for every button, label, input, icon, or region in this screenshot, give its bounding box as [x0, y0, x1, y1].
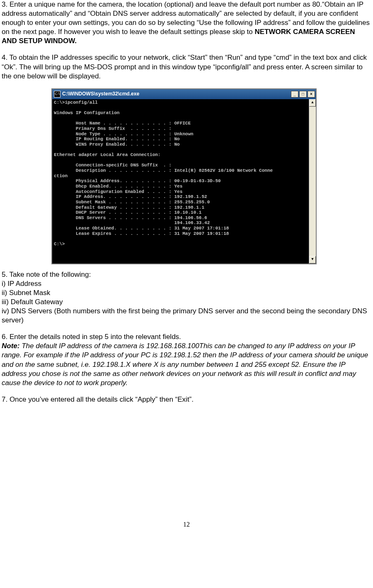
step-6-note: Note: The default IP address of the came…: [2, 342, 371, 387]
cmd-output: C:\>ipconfig/all Windows IP Configuratio…: [52, 99, 309, 264]
page-number: 12: [2, 520, 371, 529]
cmd-titlebar: C:\ C:\WINDOWS\system32\cmd.exe _ □ ×: [52, 89, 316, 99]
cmd-title-text: C:\WINDOWS\system32\cmd.exe: [62, 91, 291, 98]
step-6-lead: 6. Enter the details noted in step 5 int…: [2, 332, 371, 342]
step-3: 3. Enter a unique name for the camera, t…: [2, 0, 371, 46]
scroll-up-icon[interactable]: ▲: [309, 99, 316, 107]
scroll-track[interactable]: [309, 107, 316, 256]
note-label: Note:: [2, 342, 19, 350]
cmd-scrollbar[interactable]: ▲ ▼: [309, 99, 316, 264]
step-5-i: i) IP Address: [2, 279, 371, 288]
step-5-lead: 5. Take note of the following:: [2, 270, 371, 279]
cmd-body-wrap: C:\>ipconfig/all Windows IP Configuratio…: [52, 99, 316, 264]
step-7: 7. Once you’ve entered all the details c…: [2, 395, 371, 404]
close-button[interactable]: ×: [308, 91, 315, 98]
step-4: 4. To obtain the IP addresses specific t…: [2, 53, 371, 81]
step-5-ii: ii) Subnet Mask: [2, 288, 371, 298]
step-5-iv: iv) DNS Servers (Both numbers with the f…: [2, 307, 371, 325]
cmd-window: C:\ C:\WINDOWS\system32\cmd.exe _ □ × C:…: [51, 88, 317, 264]
scroll-down-icon[interactable]: ▼: [309, 256, 316, 264]
window-buttons: _ □ ×: [291, 91, 315, 98]
cmd-icon: C:\: [54, 91, 61, 98]
step-5: 5. Take note of the following: i) IP Add…: [2, 270, 371, 325]
cmd-screenshot: C:\ C:\WINDOWS\system32\cmd.exe _ □ × C:…: [51, 88, 317, 264]
note-body: The default IP address of the camera is …: [2, 342, 368, 386]
maximize-button[interactable]: □: [299, 91, 307, 98]
step-6: 6. Enter the details noted in step 5 int…: [2, 332, 371, 388]
step-5-iii: iii) Default Gateway: [2, 298, 371, 307]
minimize-button[interactable]: _: [291, 91, 298, 98]
